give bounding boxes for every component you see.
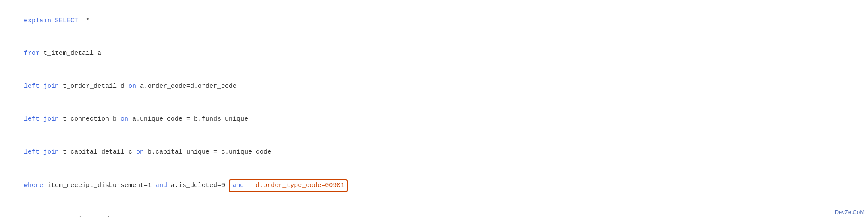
code-text-where2: a.is_deleted=0 (167, 182, 229, 189)
code-text: a.unique_code = b.funds_unique (128, 115, 248, 123)
code-space (24, 216, 28, 217)
code-line-4: left join t_connection b on a.unique_cod… (9, 103, 859, 136)
keyword-where: where (24, 182, 43, 189)
code-text: b.capital_unique = c.unique_code (144, 148, 271, 156)
code-line-6: where item_receipt_disbursement=1 and a.… (9, 169, 859, 203)
code-text: t_capital_detail c (59, 148, 136, 156)
code-text-limit: 10 (136, 216, 148, 217)
code-line-5: left join t_capital_detail c on b.capita… (9, 136, 859, 169)
keyword-select: SELECT (51, 17, 78, 24)
keyword-limit: LIMIT (117, 216, 136, 217)
code-text: a.order_code=d.order_code (136, 83, 237, 90)
keyword-and1: and (155, 182, 167, 189)
code-text: t_connection b (59, 115, 121, 123)
code-text-where: item_receipt_disbursement=1 (43, 182, 155, 189)
keyword-left2: left join (24, 115, 59, 123)
watermark: DevZe.CoM (835, 209, 865, 215)
keyword-left: left join (24, 83, 59, 90)
keyword-on: on (128, 83, 136, 90)
keyword-explain: explain (24, 17, 51, 24)
keyword-groupby: group by (28, 216, 59, 217)
code-line-3: left join t_order_detail d on a.order_co… (9, 70, 859, 103)
keyword-left3: left join (24, 148, 59, 156)
code-text-groupby: a.unique_code (59, 216, 117, 217)
code-line-1: explain SELECT * (9, 4, 859, 37)
keyword-on2: on (121, 115, 128, 123)
highlight-and-condition: and d.order_type_code=00901 (229, 179, 348, 192)
code-line-7: group by a.unique_code LIMIT 10 (9, 203, 859, 217)
keyword-on3: on (136, 148, 144, 156)
code-line-2: from t_item_detail a (9, 37, 859, 70)
code-text: t_item_detail a (39, 50, 101, 57)
keyword-and2: and (232, 182, 244, 189)
keyword-from: from (24, 50, 39, 57)
code-text: * (78, 17, 90, 24)
code-block: explain SELECT * from t_item_detail a le… (0, 0, 868, 217)
code-text: t_order_detail d (59, 83, 128, 90)
